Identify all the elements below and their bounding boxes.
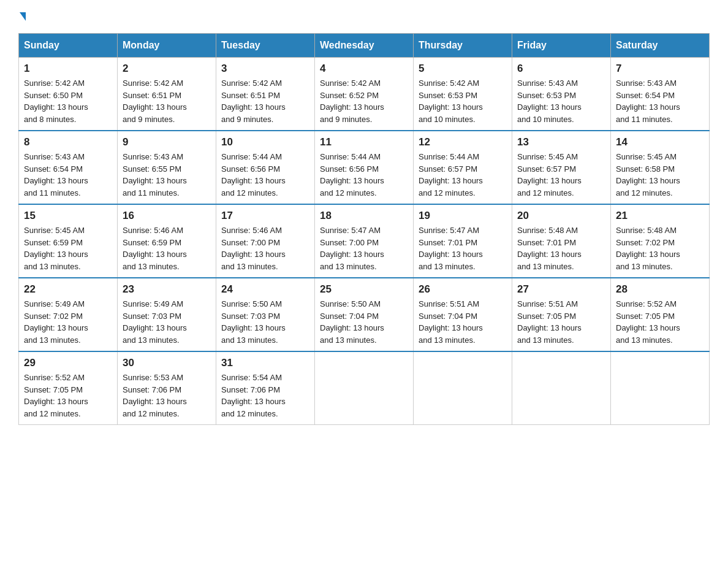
day-info: Sunrise: 5:49 AMSunset: 7:02 PMDaylight:… (24, 298, 112, 346)
week-row-2: 8Sunrise: 5:43 AMSunset: 6:54 PMDaylight… (19, 131, 710, 204)
day-info: Sunrise: 5:42 AMSunset: 6:50 PMDaylight:… (24, 77, 112, 125)
day-info: Sunrise: 5:42 AMSunset: 6:51 PMDaylight:… (221, 77, 309, 125)
day-info: Sunrise: 5:51 AMSunset: 7:05 PMDaylight:… (517, 298, 605, 346)
day-info: Sunrise: 5:45 AMSunset: 6:58 PMDaylight:… (616, 151, 704, 199)
day-number: 22 (24, 283, 112, 296)
day-info: Sunrise: 5:44 AMSunset: 6:57 PMDaylight:… (419, 151, 507, 199)
days-of-week-row: SundayMondayTuesdayWednesdayThursdayFrid… (19, 34, 710, 58)
calendar-cell (414, 351, 512, 425)
day-number: 10 (221, 136, 309, 148)
calendar-cell: 18Sunrise: 5:47 AMSunset: 7:00 PMDayligh… (315, 204, 414, 278)
day-info: Sunrise: 5:50 AMSunset: 7:03 PMDaylight:… (221, 298, 309, 346)
calendar-cell: 7Sunrise: 5:43 AMSunset: 6:54 PMDaylight… (611, 58, 710, 131)
day-info: Sunrise: 5:46 AMSunset: 6:59 PMDaylight:… (123, 224, 211, 272)
day-info: Sunrise: 5:45 AMSunset: 6:57 PMDaylight:… (517, 151, 605, 199)
day-header-thursday: Thursday (414, 34, 512, 58)
day-info: Sunrise: 5:51 AMSunset: 7:04 PMDaylight:… (419, 298, 507, 346)
day-number: 28 (616, 283, 704, 296)
day-info: Sunrise: 5:53 AMSunset: 7:06 PMDaylight:… (123, 372, 211, 419)
day-header-monday: Monday (118, 34, 216, 58)
week-row-1: 1Sunrise: 5:42 AMSunset: 6:50 PMDaylight… (19, 58, 710, 131)
day-number: 4 (320, 63, 408, 75)
day-number: 30 (123, 357, 211, 369)
day-info: Sunrise: 5:43 AMSunset: 6:54 PMDaylight:… (24, 151, 112, 199)
day-number: 24 (221, 283, 309, 296)
day-info: Sunrise: 5:50 AMSunset: 7:04 PMDaylight:… (320, 298, 408, 346)
calendar-cell: 29Sunrise: 5:52 AMSunset: 7:05 PMDayligh… (19, 351, 118, 425)
calendar-cell: 22Sunrise: 5:49 AMSunset: 7:02 PMDayligh… (19, 278, 118, 351)
day-info: Sunrise: 5:42 AMSunset: 6:52 PMDaylight:… (320, 77, 408, 125)
day-info: Sunrise: 5:44 AMSunset: 6:56 PMDaylight:… (221, 151, 309, 199)
calendar-cell: 31Sunrise: 5:54 AMSunset: 7:06 PMDayligh… (216, 351, 315, 425)
day-number: 20 (517, 210, 605, 222)
day-info: Sunrise: 5:54 AMSunset: 7:06 PMDaylight:… (221, 372, 309, 419)
calendar-cell: 2Sunrise: 5:42 AMSunset: 6:51 PMDaylight… (118, 58, 216, 131)
page-header (18, 12, 710, 21)
day-number: 11 (320, 136, 408, 148)
day-number: 25 (320, 283, 408, 296)
day-number: 16 (123, 210, 211, 222)
day-number: 2 (123, 63, 211, 75)
day-number: 13 (517, 136, 605, 148)
calendar-cell: 24Sunrise: 5:50 AMSunset: 7:03 PMDayligh… (216, 278, 315, 351)
calendar-cell: 19Sunrise: 5:47 AMSunset: 7:01 PMDayligh… (414, 204, 512, 278)
day-info: Sunrise: 5:42 AMSunset: 6:53 PMDaylight:… (419, 77, 507, 125)
calendar-cell: 10Sunrise: 5:44 AMSunset: 6:56 PMDayligh… (216, 131, 315, 204)
day-info: Sunrise: 5:43 AMSunset: 6:55 PMDaylight:… (123, 151, 211, 199)
day-number: 5 (419, 63, 507, 75)
day-info: Sunrise: 5:52 AMSunset: 7:05 PMDaylight:… (24, 372, 112, 419)
week-row-4: 22Sunrise: 5:49 AMSunset: 7:02 PMDayligh… (19, 278, 710, 351)
calendar-cell: 28Sunrise: 5:52 AMSunset: 7:05 PMDayligh… (611, 278, 710, 351)
week-row-3: 15Sunrise: 5:45 AMSunset: 6:59 PMDayligh… (19, 204, 710, 278)
day-header-sunday: Sunday (19, 34, 118, 58)
day-number: 9 (123, 136, 211, 148)
calendar-cell: 16Sunrise: 5:46 AMSunset: 6:59 PMDayligh… (118, 204, 216, 278)
calendar-cell: 25Sunrise: 5:50 AMSunset: 7:04 PMDayligh… (315, 278, 414, 351)
calendar-cell: 13Sunrise: 5:45 AMSunset: 6:57 PMDayligh… (512, 131, 611, 204)
day-number: 7 (616, 63, 704, 75)
calendar-cell: 23Sunrise: 5:49 AMSunset: 7:03 PMDayligh… (118, 278, 216, 351)
calendar-cell: 9Sunrise: 5:43 AMSunset: 6:55 PMDaylight… (118, 131, 216, 204)
logo-arrow-icon (20, 12, 26, 21)
day-info: Sunrise: 5:44 AMSunset: 6:56 PMDaylight:… (320, 151, 408, 199)
week-row-5: 29Sunrise: 5:52 AMSunset: 7:05 PMDayligh… (19, 351, 710, 425)
day-number: 31 (221, 357, 309, 369)
day-number: 17 (221, 210, 309, 222)
calendar-cell: 4Sunrise: 5:42 AMSunset: 6:52 PMDaylight… (315, 58, 414, 131)
day-info: Sunrise: 5:48 AMSunset: 7:01 PMDaylight:… (517, 224, 605, 272)
day-number: 12 (419, 136, 507, 148)
calendar-cell: 11Sunrise: 5:44 AMSunset: 6:56 PMDayligh… (315, 131, 414, 204)
calendar-cell: 27Sunrise: 5:51 AMSunset: 7:05 PMDayligh… (512, 278, 611, 351)
day-info: Sunrise: 5:46 AMSunset: 7:00 PMDaylight:… (221, 224, 309, 272)
day-info: Sunrise: 5:49 AMSunset: 7:03 PMDaylight:… (123, 298, 211, 346)
calendar-cell (315, 351, 414, 425)
day-number: 3 (221, 63, 309, 75)
day-info: Sunrise: 5:43 AMSunset: 6:53 PMDaylight:… (517, 77, 605, 125)
calendar-cell: 15Sunrise: 5:45 AMSunset: 6:59 PMDayligh… (19, 204, 118, 278)
calendar-cell: 26Sunrise: 5:51 AMSunset: 7:04 PMDayligh… (414, 278, 512, 351)
calendar-cell: 17Sunrise: 5:46 AMSunset: 7:00 PMDayligh… (216, 204, 315, 278)
day-number: 27 (517, 283, 605, 296)
day-info: Sunrise: 5:45 AMSunset: 6:59 PMDaylight:… (24, 224, 112, 272)
day-info: Sunrise: 5:43 AMSunset: 6:54 PMDaylight:… (616, 77, 704, 125)
day-info: Sunrise: 5:42 AMSunset: 6:51 PMDaylight:… (123, 77, 211, 125)
day-number: 26 (419, 283, 507, 296)
day-header-saturday: Saturday (611, 34, 710, 58)
day-info: Sunrise: 5:48 AMSunset: 7:02 PMDaylight:… (616, 224, 704, 272)
calendar-cell: 21Sunrise: 5:48 AMSunset: 7:02 PMDayligh… (611, 204, 710, 278)
day-number: 6 (517, 63, 605, 75)
day-number: 8 (24, 136, 112, 148)
day-number: 23 (123, 283, 211, 296)
day-number: 19 (419, 210, 507, 222)
calendar-cell: 14Sunrise: 5:45 AMSunset: 6:58 PMDayligh… (611, 131, 710, 204)
day-number: 15 (24, 210, 112, 222)
day-info: Sunrise: 5:47 AMSunset: 7:01 PMDaylight:… (419, 224, 507, 272)
calendar-cell: 3Sunrise: 5:42 AMSunset: 6:51 PMDaylight… (216, 58, 315, 131)
calendar-cell (512, 351, 611, 425)
day-number: 14 (616, 136, 704, 148)
calendar-cell: 5Sunrise: 5:42 AMSunset: 6:53 PMDaylight… (414, 58, 512, 131)
day-info: Sunrise: 5:47 AMSunset: 7:00 PMDaylight:… (320, 224, 408, 272)
day-header-friday: Friday (512, 34, 611, 58)
calendar-cell: 1Sunrise: 5:42 AMSunset: 6:50 PMDaylight… (19, 58, 118, 131)
calendar-table: SundayMondayTuesdayWednesdayThursdayFrid… (18, 33, 710, 425)
